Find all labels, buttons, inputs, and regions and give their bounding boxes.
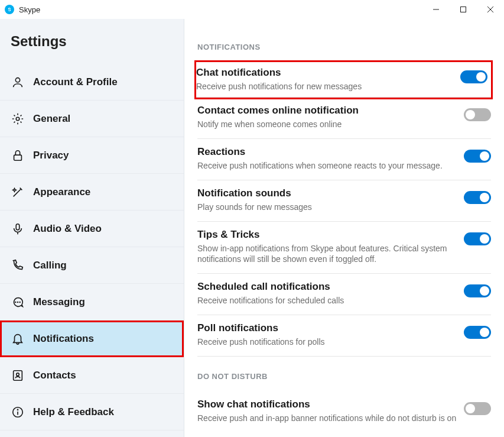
nav-label: Messaging — [33, 296, 85, 308]
window-title: Skype — [19, 5, 40, 14]
toggle-chat-notifications[interactable] — [460, 70, 487, 83]
nav-appearance[interactable]: Appearance — [0, 174, 184, 211]
svg-point-9 — [15, 302, 16, 302]
row-contact-online: Contact comes online notification Notify… — [197, 98, 491, 139]
row-desc: Receive push notifications for polls — [197, 336, 457, 348]
nav-label: Calling — [33, 260, 67, 271]
nav-label: Account & Profile — [33, 76, 118, 88]
page-title: Settings — [0, 19, 184, 64]
nav-account-profile[interactable]: Account & Profile — [0, 64, 184, 101]
nav-label: Contacts — [33, 370, 76, 381]
maximize-button[interactable] — [450, 0, 477, 19]
row-desc: Play sounds for new messages — [197, 202, 457, 213]
row-title: Poll notifications — [197, 322, 457, 334]
nav-notifications[interactable]: Notifications — [0, 321, 184, 357]
nav-general[interactable]: General — [0, 101, 184, 137]
nav-label: Help & Feedback — [33, 406, 114, 418]
svg-rect-2 — [461, 7, 466, 12]
info-icon — [11, 405, 25, 419]
row-chat-notifications: Chat notifications Receive push notifica… — [196, 62, 491, 98]
nav-label: Appearance — [33, 186, 90, 198]
svg-point-11 — [19, 302, 20, 302]
row-scheduled-call: Scheduled call notifications Receive not… — [197, 274, 491, 315]
svg-point-13 — [17, 373, 19, 376]
row-poll-notifications: Poll notifications Receive push notifica… — [197, 315, 491, 357]
row-desc: Notify me when someone comes online — [197, 119, 457, 130]
toggle-reactions[interactable] — [464, 150, 491, 163]
row-desc: Receive push notifications when someone … — [197, 160, 457, 171]
contacts-icon — [11, 368, 25, 383]
svg-rect-7 — [14, 155, 22, 160]
nav-messaging[interactable]: Messaging — [0, 284, 184, 321]
nav-privacy[interactable]: Privacy — [0, 137, 184, 174]
row-title: Tips & Tricks — [197, 229, 457, 241]
nav-contacts[interactable]: Contacts — [0, 357, 184, 394]
row-desc: Receive push notifications for new messa… — [196, 81, 453, 92]
nav-label: Privacy — [33, 150, 69, 161]
toggle-contact-online[interactable] — [464, 108, 491, 121]
svg-point-16 — [17, 409, 18, 410]
wand-icon — [11, 185, 25, 199]
row-show-chat-dnd: Show chat notifications Receive push and… — [197, 391, 491, 432]
settings-content: NOTIFICATIONS Chat notifications Receive… — [184, 19, 504, 437]
row-title: Scheduled call notifications — [197, 281, 457, 293]
row-title: Contact comes online notification — [197, 105, 457, 116]
close-button[interactable] — [477, 0, 504, 19]
row-desc: Receive notifications for scheduled call… — [197, 295, 457, 306]
window-controls — [422, 0, 504, 19]
row-desc: Show in-app notifications from Skype abo… — [197, 243, 457, 266]
nav-calling[interactable]: Calling — [0, 247, 184, 284]
sidebar: Settings Account & Profile General Priva… — [0, 19, 184, 437]
section-dnd: DO NOT DISTURB — [197, 372, 491, 381]
toggle-notification-sounds[interactable] — [464, 191, 491, 204]
row-title: Reactions — [197, 146, 457, 158]
toggle-scheduled-call[interactable] — [464, 284, 491, 297]
row-notification-sounds: Notification sounds Play sounds for new … — [197, 180, 491, 222]
section-notifications: NOTIFICATIONS — [197, 43, 491, 51]
titlebar: Skype — [0, 0, 504, 19]
skype-logo-icon — [5, 5, 14, 14]
row-reactions: Reactions Receive push notifications whe… — [197, 139, 491, 180]
lock-icon — [11, 148, 25, 163]
nav-help-feedback[interactable]: Help & Feedback — [0, 394, 184, 430]
nav-audio-video[interactable]: Audio & Video — [0, 211, 184, 247]
minimize-button[interactable] — [422, 0, 450, 19]
microphone-icon — [11, 222, 25, 236]
row-title: Chat notifications — [196, 67, 453, 79]
row-desc: Receive push and in-app banner notificat… — [197, 413, 457, 424]
bell-icon — [11, 332, 25, 346]
phone-icon — [11, 258, 25, 273]
row-title: Notification sounds — [197, 187, 457, 199]
toggle-poll-notifications[interactable] — [464, 326, 491, 339]
toggle-tips-tricks[interactable] — [464, 232, 491, 245]
nav-label: Audio & Video — [33, 223, 102, 235]
gear-icon — [11, 112, 25, 126]
svg-rect-8 — [16, 224, 19, 229]
chat-icon — [11, 295, 25, 309]
person-icon — [11, 75, 25, 89]
row-title: Show chat notifications — [197, 399, 457, 410]
nav-label: Notifications — [33, 333, 94, 345]
nav-list: Account & Profile General Privacy Appear… — [0, 64, 184, 430]
nav-label: General — [33, 113, 70, 125]
svg-point-6 — [16, 117, 19, 121]
svg-point-10 — [18, 302, 18, 302]
toggle-show-chat-dnd[interactable] — [464, 402, 491, 415]
svg-point-5 — [15, 77, 19, 82]
row-tips-tricks: Tips & Tricks Show in-app notifications … — [197, 222, 491, 274]
